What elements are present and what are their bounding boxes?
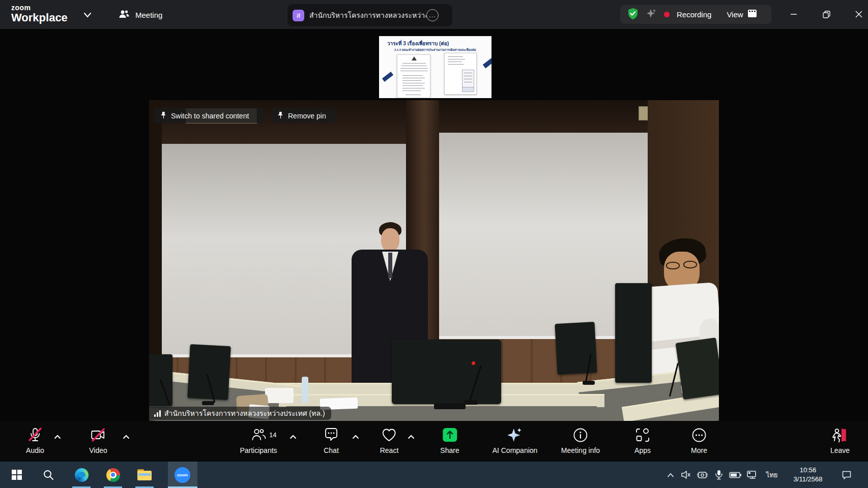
microphone-muted-icon xyxy=(27,427,43,443)
speaker-muted-icon[interactable] xyxy=(678,462,694,488)
security-shield-icon[interactable] xyxy=(627,8,639,22)
zoom-app-glyph: zoom xyxy=(175,467,190,483)
pin-icon xyxy=(277,111,284,120)
doc-tab-avatar: ส xyxy=(293,10,304,21)
info-circle-icon xyxy=(573,427,588,443)
ai-sparkle-gray-icon[interactable] xyxy=(646,8,657,21)
switch-to-shared-content-label: Switch to shared content xyxy=(171,112,249,120)
garuda-emblem xyxy=(412,56,417,60)
more-button[interactable]: More xyxy=(691,427,707,454)
apps-icon xyxy=(635,427,650,443)
attendee-glasses xyxy=(683,261,697,268)
attendee-glasses xyxy=(666,262,680,269)
microphone-tray-icon[interactable] xyxy=(711,462,727,488)
zoom-meeting-window: { "title_bar": { "logo_top": "zoom", "lo… xyxy=(0,0,868,488)
meeting-status-pill: Recording View xyxy=(620,5,771,24)
language-label: ไทย xyxy=(766,470,778,480)
doc-tab-more-icon[interactable]: ... xyxy=(426,9,439,21)
laptop-back xyxy=(676,338,719,400)
audio-button[interactable]: Audio xyxy=(26,427,44,454)
signal-bars-icon xyxy=(154,410,161,417)
leave-button[interactable]: Leave xyxy=(830,427,850,454)
workspace-chevron-down-icon[interactable] xyxy=(81,11,94,19)
taskbar-clock[interactable]: 10:56 3/11/2568 xyxy=(784,466,832,484)
participant-name: สำนักบริหารโครงการทางหลวงระหว่างประเทศ (… xyxy=(164,408,325,419)
minimize-button[interactable] xyxy=(782,4,805,24)
shared-content-thumbnail[interactable]: วาระที่ 3 เรื่องเพื่อทราบ (ต่อ) 3.1.5 คณ… xyxy=(379,36,491,98)
battery-icon[interactable] xyxy=(727,462,743,488)
leave-label: Leave xyxy=(830,446,850,454)
pin-icon xyxy=(160,111,167,120)
slide-accent-shape xyxy=(382,72,393,82)
pinned-video-tile[interactable]: Switch to shared content Remove pin สำนั… xyxy=(149,100,719,421)
apps-label: Apps xyxy=(634,446,651,454)
speaker-face xyxy=(381,228,399,252)
chat-options-chevron-icon[interactable] xyxy=(352,432,359,441)
zoom-app-icon: zoom xyxy=(175,462,190,488)
document-page-right xyxy=(444,53,477,95)
video-label: Video xyxy=(89,446,107,454)
react-options-chevron-icon[interactable] xyxy=(408,432,415,441)
video-button[interactable]: Video xyxy=(89,427,107,454)
meeting-info-label: Meeting info xyxy=(561,446,600,454)
participants-count-badge: 14 xyxy=(269,431,276,439)
react-button[interactable]: React xyxy=(380,427,399,454)
remove-pin-label: Remove pin xyxy=(288,112,326,120)
water-bottle xyxy=(302,377,308,403)
slide-accent-shape xyxy=(483,57,491,69)
share-button[interactable]: Share xyxy=(440,427,459,454)
meeting-stage: วาระที่ 3 เรื่องเพื่อทราบ (ต่อ) 3.1.5 คณ… xyxy=(0,29,868,421)
share-screen-icon xyxy=(441,427,458,443)
tray-chevron-up-icon[interactable] xyxy=(662,462,679,488)
remove-pin-button[interactable]: Remove pin xyxy=(271,108,335,123)
video-options-chevron-icon[interactable] xyxy=(123,432,130,441)
chat-button[interactable]: Chat xyxy=(323,427,339,454)
monitor-back xyxy=(555,322,597,375)
camera-muted-icon xyxy=(90,427,107,443)
logo-zoom-text: zoom xyxy=(11,4,68,12)
microphone-led xyxy=(472,361,475,365)
recording-label: Recording xyxy=(677,10,711,19)
view-grid-icon xyxy=(747,9,757,20)
monitor-back xyxy=(187,344,230,400)
doc-tab-title: สำนักบริหารโครงการทางหลวงระหว่างประเทศ xyxy=(309,10,426,21)
participants-options-chevron-icon[interactable] xyxy=(290,432,297,441)
switch-to-shared-content-button[interactable]: Switch to shared content xyxy=(154,108,264,123)
close-button[interactable] xyxy=(847,4,868,24)
audio-label: Audio xyxy=(26,446,44,454)
microphone-base xyxy=(202,401,214,405)
speaker-tie xyxy=(388,253,392,278)
meeting-toolbar: Audio Video Participants 14 Chat React xyxy=(0,421,868,462)
display-network-icon[interactable] xyxy=(743,462,760,488)
tissue-box xyxy=(265,388,294,403)
ai-companion-label: AI Companion xyxy=(493,446,538,454)
more-label: More xyxy=(691,446,707,454)
clock-date: 3/11/2568 xyxy=(784,475,832,484)
sparkle-icon xyxy=(506,427,524,443)
react-label: React xyxy=(380,446,399,454)
apps-button[interactable]: Apps xyxy=(634,427,651,454)
language-indicator[interactable]: ไทย xyxy=(762,462,782,488)
start-button[interactable] xyxy=(5,462,28,488)
zoom-app-taskbar-active[interactable]: zoom xyxy=(168,462,197,488)
edge-icon[interactable] xyxy=(70,462,93,488)
heart-icon xyxy=(381,427,397,443)
logo-workplace-text: Workplace xyxy=(11,12,68,24)
windows-taskbar: zoom ไทย 10:56 3/11/2568 xyxy=(0,462,868,488)
notifications-icon[interactable] xyxy=(836,462,857,488)
file-explorer-icon[interactable] xyxy=(133,462,156,488)
search-icon[interactable] xyxy=(37,462,60,488)
document-page-left xyxy=(397,54,430,98)
leave-door-icon xyxy=(831,427,849,443)
audio-options-chevron-icon[interactable] xyxy=(54,432,61,441)
view-label: View xyxy=(727,10,743,19)
tab-shared-document[interactable]: ส สำนักบริหารโครงการทางหลวงระหว่างประเทศ… xyxy=(287,4,452,26)
ai-companion-button[interactable]: AI Companion xyxy=(493,427,538,454)
webcam-tray-icon[interactable] xyxy=(694,462,710,488)
clock-time: 10:56 xyxy=(784,466,832,475)
view-button[interactable]: View xyxy=(727,9,757,20)
chrome-icon[interactable] xyxy=(101,462,125,488)
tab-meeting[interactable]: Meeting xyxy=(118,7,162,22)
restore-button[interactable] xyxy=(815,4,838,24)
meeting-info-button[interactable]: Meeting info xyxy=(561,427,600,454)
